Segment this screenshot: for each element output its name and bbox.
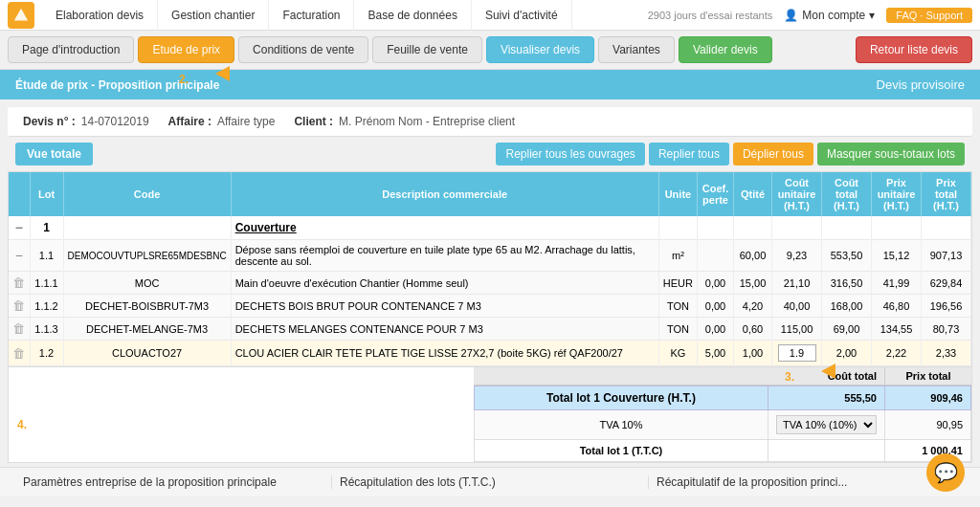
tab-visualiser[interactable]: Visualiser devis: [486, 36, 594, 63]
desc-cell: Dépose sans réemploi de couverture en tu…: [231, 240, 658, 272]
qtite-cell: 1,00: [734, 341, 772, 366]
action-bar: Vue totale Replier tous les ouvrages Rep…: [8, 137, 972, 171]
prix-u-cell: 2,22: [872, 341, 922, 366]
desc-cell: DECHETS BOIS BRUT POUR CONTENANCE 7 M3: [231, 295, 658, 318]
lot-cell: 1.1.1: [30, 272, 63, 295]
lot-cell: 1.1.2: [30, 295, 63, 318]
faq-button[interactable]: FAQ · Support: [886, 8, 972, 23]
cout-u-input[interactable]: [778, 344, 816, 362]
cout-u-input-cell[interactable]: [772, 341, 822, 366]
prix-t-cell: 196,56: [922, 295, 971, 318]
nav-facturation[interactable]: Facturation: [269, 0, 354, 31]
total-cout-1: 555,50: [768, 386, 885, 410]
nav-gestion[interactable]: Gestion chantier: [158, 0, 269, 31]
nav-elaboration[interactable]: Elaboration devis: [42, 0, 158, 31]
client-value: M. Prénom Nom - Entreprise client: [339, 115, 515, 128]
totals-section: Coût total Prix total Total lot 1 Couver…: [8, 367, 972, 463]
logo[interactable]: [8, 2, 34, 29]
tab-feuille[interactable]: Feuille de vente: [372, 36, 482, 63]
chat-bubble[interactable]: 💬: [926, 453, 965, 492]
tab-conditions[interactable]: Conditions de vente: [238, 36, 368, 63]
row-icon[interactable]: 🗑: [9, 272, 30, 295]
return-button[interactable]: Retour liste devis: [856, 36, 972, 63]
tva-prix: 90,95: [885, 410, 971, 440]
nav-right: 2903 jours d'essai restants 👤 Mon compte…: [648, 8, 972, 23]
unite-cell: KG: [658, 341, 697, 366]
unite-cell: m²: [658, 240, 697, 272]
tab-valider[interactable]: Valider devis: [679, 36, 772, 63]
masquer-button[interactable]: Masquer sous-totaux lots: [817, 143, 965, 165]
tva-select-cell[interactable]: TVA 10% (10%) TVA 20% (20%): [768, 410, 885, 440]
col-qtite-header: Qtité: [734, 172, 772, 216]
col-prix-t-header: Prix total (H.T.): [922, 172, 971, 216]
qtite-cell: 4,20: [734, 295, 772, 318]
row-icon[interactable]: 🗑: [9, 318, 30, 341]
prix-t-cell: 80,73: [922, 318, 971, 341]
col-actions: [9, 172, 30, 216]
lot-cell: 1.1.3: [30, 318, 63, 341]
account-button[interactable]: 👤 Mon compte ▾: [784, 9, 875, 22]
couttotal-header-label: Coût total: [474, 367, 885, 385]
vue-totale-button[interactable]: Vue totale: [15, 143, 93, 165]
desc-cell: Main d'oeuvre d'exécution Chantier (Homm…: [231, 272, 658, 295]
qtite-cell: 60,00: [734, 240, 772, 272]
coef-cell: 0,00: [698, 295, 734, 318]
tab-variantes[interactable]: Variantes: [598, 36, 675, 63]
code-cell: DECHET-BOISBRUT-7M3: [63, 295, 231, 318]
tva-select[interactable]: TVA 10% (10%) TVA 20% (20%): [776, 415, 877, 434]
cout-u-cell: 21,10: [772, 272, 822, 295]
col-prix-u-header: Prix unitaire (H.T.): [872, 172, 922, 216]
bottom-section-2: Récapitulation des lots (T.T.C.): [332, 475, 649, 489]
coef-cell: [698, 240, 734, 272]
col-cout-u-header: Coût unitaire (H.T.): [772, 172, 822, 216]
tab-introduction[interactable]: Page d'introduction: [8, 36, 134, 63]
col-lot-header: Lot: [30, 172, 63, 216]
unite-cell: TON: [658, 318, 697, 341]
code-cell: [63, 216, 231, 240]
unite-cell: HEUR: [658, 272, 697, 295]
col-code-header: Code: [63, 172, 231, 216]
total-label-1: Total lot 1 Couverture (H.T.): [475, 386, 768, 410]
coef-cell: [698, 216, 734, 240]
tab-etude-prix[interactable]: Etude de prix: [138, 36, 234, 63]
prix-u-cell: 46,80: [872, 295, 922, 318]
cout-t-cell: 168,00: [822, 295, 872, 318]
code-cell: DEMOCOUVTUPLSRE65MDESBNC: [63, 240, 231, 272]
total-row-1: Total lot 1 Couverture (H.T.) 555,50 909…: [475, 386, 971, 410]
lot-cell: 1: [30, 216, 63, 240]
table-wrap: Lot Code Description commerciale Unite C…: [8, 171, 972, 367]
table-row: − 1.1 DEMOCOUVTUPLSRE65MDESBNC Dépose sa…: [9, 240, 971, 272]
row-icon[interactable]: −: [9, 216, 30, 240]
tab-bar: Page d'introduction Etude de prix Condit…: [0, 31, 980, 70]
page-header: Étude de prix - Proposition principale D…: [0, 70, 980, 99]
deplier-tous-button[interactable]: Déplier tous: [733, 143, 813, 165]
nav-base[interactable]: Base de données: [354, 0, 471, 31]
replier-ouvrages-button[interactable]: Replier tous les ouvrages: [496, 143, 644, 165]
trial-info: 2903 jours d'essai restants: [648, 10, 773, 21]
cout-u-cell: [772, 216, 822, 240]
row-icon[interactable]: 🗑: [9, 341, 30, 366]
unite-cell: [658, 216, 697, 240]
cout-u-cell: 40,00: [772, 295, 822, 318]
prix-t-cell: 629,84: [922, 272, 971, 295]
code-cell: DECHET-MELANGE-7M3: [63, 318, 231, 341]
bottom-bar: Paramètres entreprise de la proposition …: [0, 467, 980, 496]
cout-u-cell: 9,23: [772, 240, 822, 272]
coef-cell: 0,00: [698, 272, 734, 295]
table-row: − 1 Couverture: [9, 216, 971, 240]
row-icon[interactable]: 🗑: [9, 295, 30, 318]
cout-t-cell: 69,00: [822, 318, 872, 341]
code-cell: MOC: [63, 272, 231, 295]
page-title: Étude de prix - Proposition principale: [15, 78, 219, 92]
tva-row: TVA 10% TVA 10% (10%) TVA 20% (20%) 90,9…: [475, 410, 971, 440]
col-unite-header: Unite: [658, 172, 697, 216]
nav-suivi[interactable]: Suivi d'activité: [472, 0, 572, 31]
replier-tous-button[interactable]: Replier tous: [649, 143, 729, 165]
desc-cell: Couverture: [231, 216, 658, 240]
row-icon[interactable]: −: [9, 240, 30, 272]
qtite-cell: [734, 216, 772, 240]
lot-cell: 1.2: [30, 341, 63, 366]
ttc-label: Total lot 1 (T.T.C): [475, 440, 768, 462]
total-prix-1: 909,46: [885, 386, 971, 410]
table-row: 🗑 1.1.2 DECHET-BOISBRUT-7M3 DECHETS BOIS…: [9, 295, 971, 318]
